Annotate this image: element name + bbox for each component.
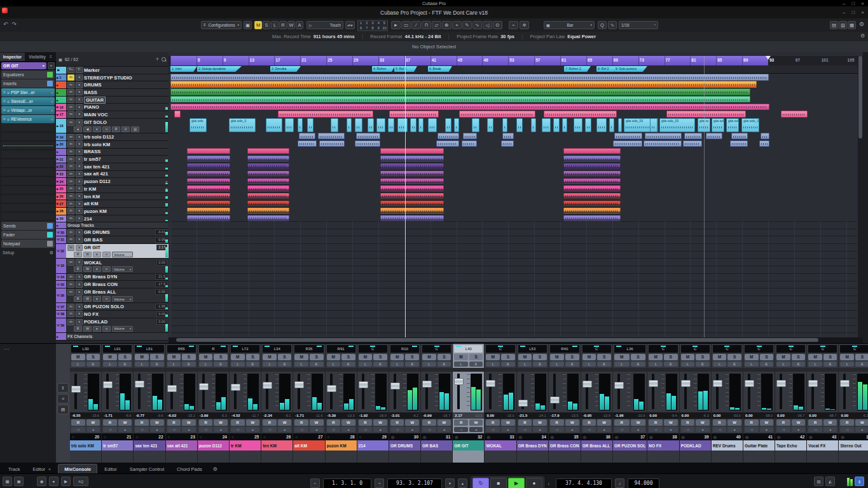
git-solo-clip[interactable] bbox=[368, 118, 374, 132]
track-body[interactable]: msNO FX0.00 bbox=[66, 311, 169, 318]
automation-button[interactable]: e bbox=[93, 266, 101, 272]
brass-clip-lane-4[interactable] bbox=[563, 178, 621, 184]
write-automation-button[interactable]: W bbox=[565, 419, 579, 426]
mute-button[interactable]: M bbox=[263, 354, 277, 360]
pan-control[interactable]: C bbox=[776, 345, 805, 353]
fader-cap[interactable] bbox=[614, 382, 624, 389]
edit-button[interactable]: E bbox=[373, 362, 387, 367]
inspector-menu-icon[interactable]: ≡ bbox=[50, 55, 56, 58]
solo-button[interactable]: S bbox=[597, 354, 611, 360]
mute-button[interactable]: m bbox=[67, 201, 74, 207]
track-row-ten-km[interactable]: ▶26msten KM bbox=[56, 193, 169, 201]
fader-cap[interactable] bbox=[422, 381, 432, 388]
marker-button[interactable]: T- bbox=[76, 67, 83, 73]
brass-clip-lane-1[interactable] bbox=[563, 155, 621, 161]
track-body[interactable]: msGR DRUMS-3.01 bbox=[66, 229, 169, 236]
pan-control[interactable]: L30 bbox=[71, 345, 100, 353]
git-solo-clip[interactable] bbox=[376, 118, 385, 132]
marker-2-sekcja-d-ciak-w[interactable]: 2: Sekcja dęciaków bbox=[197, 66, 242, 72]
write-automation-button[interactable]: W bbox=[664, 419, 678, 426]
mixer-channel-ten-km[interactable]: L34MSLE-2.34-9.1RW◁●○26ten KM bbox=[261, 344, 293, 463]
track-body[interactable]: msGR PUZON SOLO-1.96 bbox=[66, 303, 169, 310]
git-solo-clip[interactable] bbox=[472, 118, 479, 132]
mute-button[interactable]: m bbox=[67, 163, 74, 170]
channel-name-row[interactable]: GR DRUMS bbox=[389, 440, 420, 451]
git-solo-clip[interactable] bbox=[285, 118, 294, 132]
mute-button[interactable]: M bbox=[745, 354, 759, 360]
pan-control[interactable]: R bbox=[199, 345, 228, 353]
track-body[interactable]: msten KM bbox=[66, 193, 169, 200]
track-control-button[interactable]: ▤ bbox=[131, 126, 139, 132]
mixer-channel-alt-km[interactable]: R35MSLE-1.71-11.6RW◁●○27alt KM bbox=[293, 344, 325, 463]
brass-clip-lane-6[interactable] bbox=[187, 193, 230, 199]
pan-control[interactable]: C bbox=[745, 345, 773, 353]
mute-button[interactable]: M bbox=[231, 354, 245, 360]
mute-button[interactable]: M bbox=[840, 354, 854, 360]
git-solo-clip[interactable] bbox=[355, 118, 362, 132]
solo-button[interactable]: s bbox=[76, 104, 83, 111]
solo-button[interactable]: s bbox=[76, 289, 83, 295]
brass-folder-clip[interactable] bbox=[380, 148, 444, 154]
record-button[interactable]: ● bbox=[526, 478, 542, 488]
git-solo-clip[interactable] bbox=[502, 118, 507, 132]
mute-button[interactable]: m bbox=[67, 208, 74, 214]
track-body[interactable]: msBASS bbox=[66, 89, 169, 96]
locator-options-icon[interactable]: ▴ bbox=[458, 478, 467, 488]
monitor-button[interactable]: ◁ bbox=[231, 427, 245, 432]
solo-button[interactable]: S bbox=[278, 354, 292, 360]
solo-button[interactable]: S bbox=[469, 354, 483, 360]
track-row-gr-bas[interactable]: Ψ31msGR BAS-0.99 bbox=[56, 236, 169, 244]
snap-icon[interactable]: ⌁ bbox=[509, 21, 518, 29]
read-automation-button[interactable]: R bbox=[840, 419, 854, 426]
automation-button[interactable]: R bbox=[74, 296, 82, 302]
git-solo-clip[interactable] bbox=[298, 118, 303, 132]
read-automation-button[interactable]: R bbox=[71, 419, 85, 426]
pan-control[interactable]: C bbox=[808, 345, 837, 353]
inspector-section-fader[interactable]: Fader bbox=[1, 231, 55, 239]
monitor-button[interactable]: ◁ bbox=[167, 427, 181, 432]
record-mode-icon[interactable]: ◉ bbox=[37, 477, 46, 486]
channel-name-row[interactable]: alt KM bbox=[293, 440, 324, 451]
automation-button[interactable]: ∞ bbox=[102, 252, 111, 257]
read-automation-button[interactable]: R bbox=[745, 419, 759, 426]
trb-solo-km-clip[interactable] bbox=[319, 140, 345, 147]
git-solo-clip[interactable] bbox=[266, 118, 282, 132]
fader-cap[interactable] bbox=[713, 380, 722, 387]
brass-clip-lane-3[interactable] bbox=[563, 170, 621, 177]
marker-1-intro[interactable]: 1: Intro bbox=[170, 66, 197, 72]
brass-clip-lane-8[interactable] bbox=[187, 207, 230, 214]
monitor-button[interactable]: ◁ bbox=[103, 427, 117, 432]
git-solo-clip[interactable] bbox=[397, 118, 408, 132]
trb-solo-d112-clip[interactable] bbox=[437, 133, 459, 139]
grid-type-dropdown[interactable]: ▦ Bar ▾ bbox=[544, 21, 595, 29]
mute-button[interactable]: M bbox=[135, 354, 149, 360]
git-solo-clip[interactable] bbox=[574, 118, 582, 132]
git-solo-clip[interactable]: gita solo_0 bbox=[741, 118, 759, 132]
channel-name-badge[interactable]: GR GIT▸ bbox=[1, 62, 46, 69]
channel-name-row[interactable]: GR Brass DYN bbox=[517, 440, 548, 451]
solo-button[interactable]: s bbox=[76, 134, 83, 140]
main-voc-clip[interactable] bbox=[666, 111, 746, 118]
horizontal-scrollbar[interactable] bbox=[169, 337, 863, 343]
fader-cap[interactable] bbox=[263, 382, 272, 389]
mute-button[interactable]: m bbox=[67, 104, 74, 111]
track-row-gr-drums[interactable]: Ψ30msGR DRUMS-3.01 bbox=[56, 229, 169, 236]
keyboard-icon[interactable]: ▦ bbox=[3, 477, 12, 486]
track-body[interactable]: mssax ten 421 bbox=[66, 163, 169, 170]
track-row-podklad[interactable]: Ψ39msPODKLAD0.00RWe∞Volume▾ bbox=[56, 318, 169, 333]
fader-cap[interactable] bbox=[745, 380, 754, 387]
fader-zone[interactable] bbox=[198, 372, 229, 412]
mute-button[interactable]: m bbox=[67, 141, 74, 147]
track-row-stereotyp-studio[interactable]: ▶1msSTEREOTYP STUDIO bbox=[56, 74, 169, 82]
gear-icon[interactable]: ⚙ bbox=[50, 250, 53, 255]
solo-button[interactable]: s bbox=[76, 141, 83, 147]
edit-button[interactable]: E bbox=[182, 362, 196, 367]
trb-solo-km-clip[interactable] bbox=[501, 140, 514, 147]
mute-button[interactable]: m bbox=[67, 89, 74, 95]
metronome-icon[interactable]: ◭ bbox=[825, 477, 835, 486]
brass-clip-lane-8[interactable] bbox=[380, 207, 444, 214]
fader-zone[interactable] bbox=[293, 372, 324, 412]
edit-button[interactable]: E bbox=[501, 362, 515, 367]
listen-button[interactable]: L bbox=[390, 362, 404, 367]
close-icon[interactable]: × bbox=[48, 467, 51, 471]
